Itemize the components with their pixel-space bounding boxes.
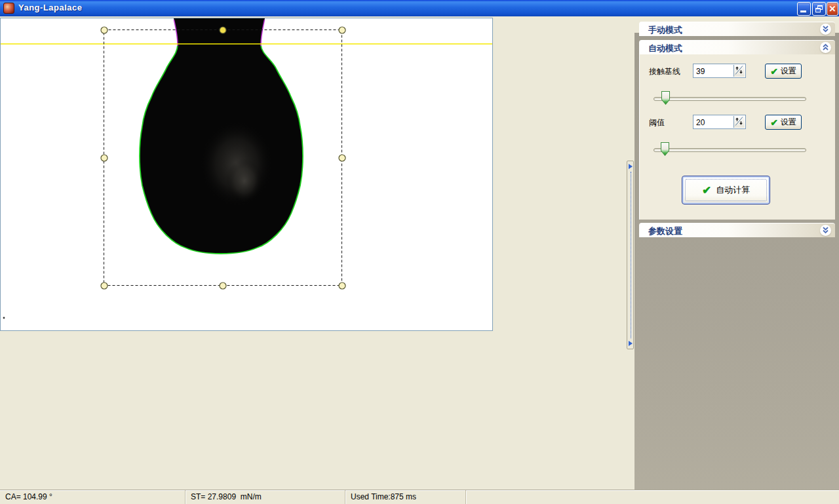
chevron-double-up-icon[interactable]	[820, 42, 831, 53]
panel-header-params[interactable]: 参数设置	[639, 223, 835, 237]
threshold-input[interactable]	[693, 115, 734, 128]
drop-image-viewer[interactable]	[0, 18, 493, 331]
threshold-input-box	[693, 115, 746, 129]
threshold-label: 阈值	[649, 117, 665, 128]
splitter-arrow-icon	[629, 341, 633, 346]
handle-top-right	[339, 27, 345, 33]
status-empty	[466, 490, 839, 504]
panel-header-manual-mode[interactable]: 手动模式	[639, 22, 835, 36]
pendant-drop-image	[1, 18, 492, 330]
threshold-spinner[interactable]	[733, 116, 745, 128]
app-icon	[3, 3, 14, 14]
auto-calculate-button[interactable]: ✔ 自动计算	[682, 176, 770, 204]
baseline-input-box	[693, 64, 746, 78]
panel-header-auto-mode[interactable]: 自动模式	[639, 40, 835, 54]
splitter-arrow-icon	[629, 164, 633, 169]
window-title: Yang-Lapalace	[18, 3, 83, 12]
handle-bottom-center	[220, 282, 226, 289]
threshold-set-button[interactable]: ✔ 设置	[765, 115, 802, 130]
status-surface-tension: ST= 27.9809 mN/m	[185, 490, 345, 504]
handle-top-left	[101, 27, 107, 33]
threshold-slider-track[interactable]	[654, 148, 806, 152]
baseline-spinner[interactable]	[733, 65, 745, 77]
baseline-slider-track[interactable]	[654, 97, 806, 101]
baseline-label: 接触基线	[649, 66, 680, 77]
chevron-double-down-icon[interactable]	[820, 24, 831, 35]
manual-mode-title: 手动模式	[648, 24, 682, 36]
focus-rect	[685, 179, 767, 201]
auto-mode-title: 自动模式	[648, 43, 682, 54]
minimize-button[interactable]	[797, 2, 811, 16]
handle-top-center	[220, 27, 226, 33]
baseline-set-label: 设置	[781, 66, 796, 77]
status-used-time: Used Time:875 ms	[345, 490, 466, 504]
check-icon: ✔	[770, 67, 778, 76]
handle-bottom-left	[101, 282, 107, 289]
chevron-double-down-icon[interactable]	[820, 225, 831, 236]
statusbar: CA= 104.99 ° ST= 27.9809 mN/m Used Time:…	[0, 490, 839, 504]
splitter-dots	[631, 172, 631, 338]
baseline-set-button[interactable]: ✔ 设置	[765, 64, 802, 79]
threshold-set-label: 设置	[781, 117, 796, 128]
panel-splitter[interactable]	[627, 161, 634, 349]
close-button[interactable]: ✕	[827, 2, 838, 16]
handle-bottom-right	[339, 282, 345, 289]
params-title: 参数设置	[648, 225, 682, 237]
status-contact-angle: CA= 104.99 °	[0, 490, 185, 504]
restore-button[interactable]	[812, 2, 826, 16]
handle-mid-left	[101, 155, 107, 161]
check-icon: ✔	[770, 118, 778, 127]
titlebar: Yang-Lapalace ✕	[0, 0, 839, 16]
baseline-input[interactable]	[693, 64, 734, 77]
handle-mid-right	[339, 155, 345, 161]
stray-dot	[3, 317, 5, 319]
